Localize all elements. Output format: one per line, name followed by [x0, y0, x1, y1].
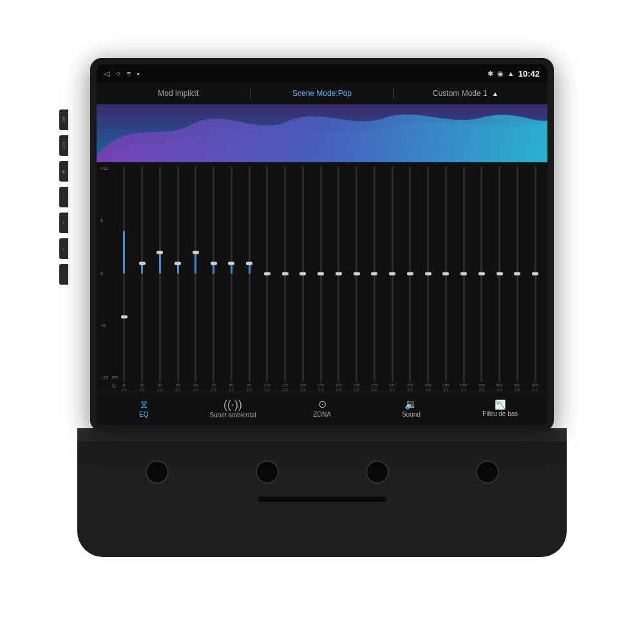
mode-default[interactable]: Mod implicit	[107, 89, 250, 98]
mode-custom[interactable]: Custom Mode 1 ▲	[394, 89, 537, 98]
band-fc-label: 375	[407, 383, 413, 388]
vol-down-button[interactable]: -	[59, 264, 68, 285]
slider-handle[interactable]	[497, 272, 503, 276]
eq-band-70[interactable]: 70 2.2	[205, 165, 222, 392]
tab-eq[interactable]: ⧖ EQ	[99, 399, 188, 418]
slider-track[interactable]	[516, 166, 518, 382]
eq-band-375[interactable]: 375 2.2	[402, 165, 419, 392]
slider-track[interactable]	[302, 166, 304, 382]
eq-band-275[interactable]: 275 2.2	[366, 165, 383, 392]
eq-band-40[interactable]: 40 2.2	[152, 165, 169, 392]
home-button[interactable]: ⌂	[59, 187, 68, 207]
slider-handle[interactable]	[532, 272, 538, 276]
mode-arrow-icon: ▲	[492, 90, 498, 97]
slider-handle[interactable]	[264, 272, 270, 276]
slider-track[interactable]	[123, 166, 125, 382]
slider-track[interactable]	[374, 166, 375, 382]
slider-track[interactable]	[194, 166, 196, 382]
slider-handle[interactable]	[228, 261, 234, 265]
slider-track[interactable]	[445, 166, 447, 382]
slider-track[interactable]	[249, 166, 251, 382]
slider-track[interactable]	[463, 166, 465, 382]
slider-handle[interactable]	[211, 261, 217, 265]
tab-ambient[interactable]: ((·)) Sunet ambiental	[188, 399, 277, 419]
band-fc-label: 110	[264, 383, 270, 388]
slider-handle[interactable]	[193, 251, 199, 254]
eq-band-920[interactable]: 920 2.2	[527, 165, 544, 392]
eq-band-700[interactable]: 700 2.2	[473, 165, 490, 392]
slider-track[interactable]	[159, 166, 161, 382]
home-nav-icon[interactable]: ○	[116, 70, 120, 77]
slider-track[interactable]	[392, 166, 393, 382]
eq-band-150[interactable]: 150 2.2	[295, 165, 312, 392]
slider-track[interactable]	[409, 166, 411, 382]
pwr-button[interactable]: ⏻	[59, 161, 68, 182]
slider-handle[interactable]	[246, 261, 252, 265]
slider-track[interactable]	[177, 166, 179, 382]
eq-band-30[interactable]: 30 2.2	[134, 165, 151, 392]
eq-band-125[interactable]: 125 2.2	[277, 165, 294, 392]
band-fc-label: 40	[158, 383, 162, 388]
tab-zona[interactable]: ⊙ ZONA	[278, 399, 366, 418]
slider-track[interactable]	[498, 166, 500, 382]
slider-track[interactable]	[266, 166, 268, 382]
eq-band-110[interactable]: 110 2.2	[259, 165, 276, 392]
slider-handle[interactable]	[460, 272, 467, 276]
eq-band-600[interactable]: 600 2.2	[455, 165, 472, 392]
slider-handle[interactable]	[354, 272, 360, 276]
slider-track[interactable]	[231, 166, 232, 382]
back-button[interactable]: ↩	[59, 213, 68, 233]
slider-handle[interactable]	[478, 272, 485, 276]
slider-handle[interactable]	[514, 272, 520, 276]
eq-band-175[interactable]: 175 2.2	[312, 165, 329, 392]
tab-bass[interactable]: 📉 Filtru de bas	[456, 400, 545, 417]
eq-band-50[interactable]: 50 2.2	[169, 165, 186, 392]
rst-button[interactable]: RST	[59, 135, 68, 156]
eq-band-235[interactable]: 235 2.2	[348, 165, 365, 392]
eq-band-800[interactable]: 800 2.2	[491, 165, 508, 392]
eq-band-60[interactable]: 60 2.2	[187, 165, 204, 392]
eq-band-860[interactable]: 860 2.2	[509, 165, 526, 392]
mic-button[interactable]: MIC	[59, 109, 68, 130]
slider-handle[interactable]	[389, 272, 395, 276]
slider-track[interactable]	[355, 166, 357, 382]
mode-scene[interactable]: Scene Mode:Pop	[251, 89, 393, 98]
eq-band-500[interactable]: 500 2.2	[438, 165, 455, 392]
slider-handle[interactable]	[175, 261, 181, 265]
eq-band-80[interactable]: 80 2.2	[223, 165, 240, 392]
recent-nav-icon[interactable]: ▪	[137, 70, 140, 77]
band-q-label: 2.2	[265, 388, 270, 392]
slider-handle[interactable]	[299, 272, 306, 276]
slider-track[interactable]	[427, 166, 429, 382]
slider-track[interactable]	[337, 166, 339, 382]
eq-band-200[interactable]: 200 2.2	[330, 165, 347, 392]
slider-handle[interactable]	[442, 272, 449, 276]
eq-band-20[interactable]: 20 2.2	[116, 165, 133, 392]
slider-handle[interactable]	[407, 272, 413, 276]
slider-handle[interactable]	[156, 251, 163, 254]
slider-track[interactable]	[480, 166, 482, 382]
slider-fill	[231, 263, 232, 274]
band-fc-label: 860	[514, 383, 520, 388]
tab-sound[interactable]: 🔉 Sound	[366, 399, 455, 418]
slider-handle[interactable]	[139, 261, 146, 265]
status-right: ✱ ◉ ▲ 10:42	[488, 69, 540, 79]
menu-nav-icon[interactable]: ≡	[127, 70, 131, 77]
eq-band-95[interactable]: 95 2.2	[241, 165, 258, 392]
slider-handle[interactable]	[336, 272, 342, 276]
eq-band-435[interactable]: 435 2.2	[420, 165, 437, 392]
slider-track[interactable]	[535, 166, 536, 382]
back-nav-icon[interactable]: ◁	[104, 70, 109, 78]
slider-handle[interactable]	[371, 272, 377, 276]
slider-handle[interactable]	[425, 272, 431, 276]
slider-track[interactable]	[284, 166, 286, 382]
slider-handle[interactable]	[317, 272, 324, 276]
slider-handle[interactable]	[282, 272, 289, 276]
slider-track[interactable]	[141, 166, 143, 382]
slider-track[interactable]	[213, 166, 214, 382]
vol-up-button[interactable]: +	[59, 238, 68, 259]
slider-handle[interactable]	[121, 316, 128, 319]
band-fc-label: 500	[442, 383, 449, 388]
eq-band-315[interactable]: 315 2.2	[384, 165, 401, 392]
slider-track[interactable]	[320, 166, 322, 382]
